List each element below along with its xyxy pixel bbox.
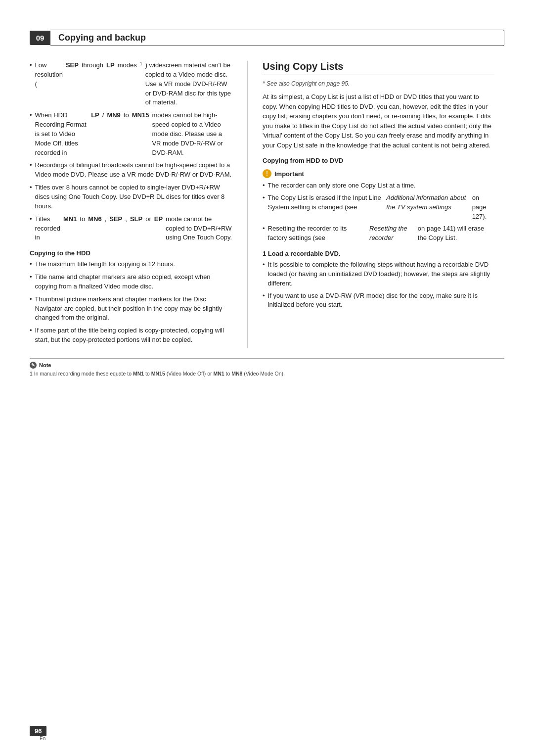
- intro-text: At its simplest, a Copy List is just a l…: [263, 92, 494, 150]
- step1-bullets: It is possible to complete the following…: [263, 260, 494, 310]
- list-item: Titles recorded in MN1 to MN6, SEP, SLP …: [30, 215, 232, 243]
- page-number: 96: [30, 726, 46, 736]
- note-footer: ✎ Note 1 In manual recording mode these …: [30, 358, 504, 378]
- left-column: Low resolution (SEP through LP modes1) w…: [30, 61, 247, 348]
- left-top-bullets: Low resolution (SEP through LP modes1) w…: [30, 61, 232, 242]
- note-label: ✎ Note: [30, 362, 504, 369]
- chapter-number: 09: [30, 31, 50, 45]
- note-label-text: Note: [39, 362, 51, 368]
- list-item: It is possible to complete the following…: [263, 260, 494, 288]
- copyright-note: * See also Copyright on page 95.: [263, 80, 494, 87]
- note-icon: ✎: [30, 362, 37, 369]
- list-item: The Copy List is erased if the Input Lin…: [263, 193, 494, 222]
- copying-from-hdd-dvd-title: Copying from HDD to DVD: [263, 157, 494, 164]
- list-item: Resetting the recorder to its factory se…: [263, 224, 494, 243]
- page-lang: En: [40, 736, 45, 741]
- important-label: Important: [274, 170, 304, 178]
- list-item: The maximum title length for copying is …: [30, 260, 232, 269]
- list-item: Titles over 8 hours cannot be copied to …: [30, 183, 232, 211]
- section-title: Using Copy Lists: [263, 61, 494, 75]
- important-title: ! Important: [263, 169, 494, 178]
- list-item: If you want to use a DVD-RW (VR mode) di…: [263, 291, 494, 310]
- right-column: Using Copy Lists * See also Copyright on…: [247, 61, 494, 348]
- important-box: ! Important The recorder can only store …: [263, 169, 494, 243]
- list-item: Low resolution (SEP through LP modes1) w…: [30, 61, 232, 107]
- list-item: Title name and chapter markers are also …: [30, 273, 232, 291]
- copying-to-hdd-bullets: The maximum title length for copying is …: [30, 260, 232, 345]
- chapter-title: Copying and backup: [50, 30, 504, 46]
- chapter-header: 09 Copying and backup: [30, 30, 504, 46]
- important-list: The recorder can only store one Copy Lis…: [263, 181, 494, 243]
- page-container: 09 Copying and backup Low resolution (SE…: [0, 0, 534, 756]
- list-item: Recordings of bilingual broadcasts canno…: [30, 161, 232, 180]
- step1-label: 1 Load a recordable DVD.: [263, 250, 494, 257]
- content-columns: Low resolution (SEP through LP modes1) w…: [30, 61, 504, 348]
- list-item: If some part of the title being copied i…: [30, 326, 232, 345]
- list-item: Thumbnail picture markers and chapter ma…: [30, 295, 232, 323]
- note-text: 1 In manual recording mode these equate …: [30, 370, 504, 378]
- list-item: The recorder can only store one Copy Lis…: [263, 181, 494, 190]
- warning-icon: !: [263, 169, 271, 178]
- copying-to-hdd-title: Copying to the HDD: [30, 249, 232, 257]
- list-item: When HDD Recording Format is set to Vide…: [30, 111, 232, 157]
